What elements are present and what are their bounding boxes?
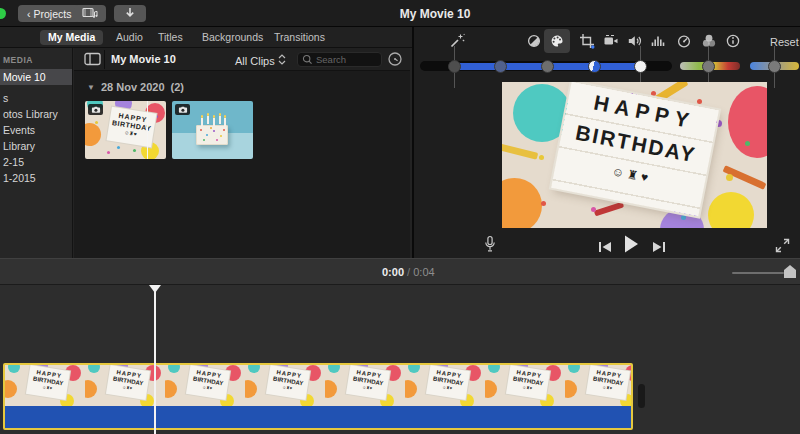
enhance-wand-icon[interactable] bbox=[449, 33, 465, 49]
media-thumbnail-birthday-sign[interactable]: HAPPY BIRTHDAY ☺♜♥ bbox=[85, 101, 166, 159]
balloon-dot bbox=[488, 365, 500, 373]
preview-viewer[interactable]: HAPPY BIRTHDAY ☺ ♜ ♥ bbox=[502, 82, 767, 228]
sidebar-item-1[interactable]: s bbox=[0, 90, 72, 106]
color-correction-palette-icon[interactable] bbox=[549, 33, 565, 49]
projects-back-button[interactable]: ‹ Projects bbox=[18, 5, 80, 22]
current-time: 0:00 bbox=[382, 266, 404, 278]
confetti-dots bbox=[103, 149, 106, 152]
sidebar-section-header: MEDIA bbox=[3, 55, 72, 65]
party-horn bbox=[502, 143, 538, 159]
balloon-dot bbox=[8, 365, 20, 373]
info-icon[interactable] bbox=[725, 33, 741, 49]
time-display: 0:00 / 0:04 bbox=[382, 266, 435, 278]
sidebar-item-1-2015[interactable]: 1-2015 bbox=[0, 170, 72, 186]
levels-handle-white-point[interactable] bbox=[634, 60, 647, 73]
tab-backgrounds[interactable]: Backgrounds bbox=[194, 30, 271, 45]
balloon-dot bbox=[245, 380, 257, 398]
search-input[interactable] bbox=[316, 54, 377, 65]
crop-icon[interactable] bbox=[579, 33, 595, 49]
clips-filter-dropdown[interactable]: All Clips bbox=[235, 53, 286, 68]
timeline-area[interactable]: HAPPYBIRTHDAY☺♜♥ HAPPYBIRTHDAY☺♜♥ HAPPYB… bbox=[0, 285, 800, 434]
sidebar-item-movie-10[interactable]: Movie 10 bbox=[0, 69, 72, 85]
lightbox-sign-mini: HAPPYBIRTHDAY☺♜♥ bbox=[586, 365, 630, 400]
window-title: My Movie 10 bbox=[340, 7, 530, 21]
sidebar-toggle-icon[interactable] bbox=[84, 52, 101, 70]
voiceover-mic-icon[interactable] bbox=[482, 235, 498, 258]
balloon-dot bbox=[88, 365, 100, 373]
sidebar-item-2-15[interactable]: 2-15 bbox=[0, 154, 72, 170]
disclosure-triangle-icon[interactable]: ▼ bbox=[87, 83, 95, 92]
timeline-clip-selected[interactable]: HAPPYBIRTHDAY☺♜♥ HAPPYBIRTHDAY☺♜♥ HAPPYB… bbox=[3, 363, 633, 430]
tab-my-media[interactable]: My Media bbox=[40, 30, 103, 45]
timeline-clip-frame: HAPPYBIRTHDAY☺♜♥ bbox=[85, 365, 165, 406]
back-chevron-icon: ‹ bbox=[27, 8, 31, 20]
projects-button-label: Projects bbox=[34, 8, 72, 20]
noise-equalizer-icon[interactable] bbox=[650, 33, 666, 49]
tab-titles[interactable]: Titles bbox=[150, 30, 191, 45]
media-group-header[interactable]: ▼ 28 Nov 2020 (2) bbox=[87, 81, 184, 93]
tab-transitions[interactable]: Transitions bbox=[266, 30, 333, 45]
party-horn bbox=[723, 165, 767, 190]
balloon-dot bbox=[85, 123, 101, 146]
timeline-clip-frame: HAPPYBIRTHDAY☺♜♥ bbox=[485, 365, 565, 406]
total-duration: 0:04 bbox=[413, 266, 434, 278]
fullscreen-icon[interactable] bbox=[774, 237, 791, 258]
sidebar-item-photos-library[interactable]: otos Library bbox=[0, 106, 72, 122]
duration-filter-icon[interactable] bbox=[387, 51, 403, 71]
clip-filmstrip: HAPPYBIRTHDAY☺♜♥ HAPPYBIRTHDAY☺♜♥ HAPPYB… bbox=[5, 365, 631, 406]
levels-handle-highlights[interactable] bbox=[588, 60, 601, 73]
clip-zoom-slider-track[interactable] bbox=[732, 272, 784, 274]
clip-filter-circles-icon[interactable] bbox=[701, 33, 717, 49]
media-thumbnail-cake[interactable] bbox=[172, 101, 253, 159]
lightbox-sign: HAPPY BIRTHDAY ☺ ♜ ♥ bbox=[551, 82, 719, 216]
balloon-dot bbox=[165, 380, 177, 398]
timeline-clip-frame: HAPPYBIRTHDAY☺♜♥ bbox=[325, 365, 405, 406]
balloon-dot bbox=[405, 380, 417, 398]
balloon-dot bbox=[325, 380, 337, 398]
cake-graphic bbox=[196, 125, 228, 145]
previous-frame-icon[interactable] bbox=[598, 239, 612, 257]
playhead-line[interactable] bbox=[154, 285, 156, 434]
lightbox-sign-mini: HAPPYBIRTHDAY☺♜♥ bbox=[506, 365, 550, 400]
tab-audio[interactable]: Audio bbox=[108, 30, 151, 45]
play-icon[interactable] bbox=[622, 234, 640, 258]
sidebar-item-events[interactable]: Events bbox=[0, 122, 72, 138]
import-button[interactable] bbox=[114, 5, 146, 22]
viewer-panel: Reset HAPPY BIR bbox=[412, 27, 800, 258]
temperature-handle[interactable] bbox=[768, 60, 781, 73]
media-browser-button[interactable] bbox=[74, 5, 106, 22]
clips-filter-label: All Clips bbox=[235, 55, 275, 67]
color-balance-icon[interactable] bbox=[526, 33, 542, 49]
clip-zoom-slider-handle[interactable] bbox=[784, 265, 796, 278]
playhead-marker[interactable] bbox=[149, 285, 161, 293]
confetti-dots bbox=[532, 112, 535, 115]
balloon-dot bbox=[565, 380, 577, 398]
transport-bar bbox=[414, 232, 800, 258]
download-arrow-icon bbox=[123, 6, 137, 22]
timeline-clip-frame: HAPPYBIRTHDAY☺♜♥ bbox=[565, 365, 631, 406]
timeline-end-handle[interactable] bbox=[638, 384, 645, 408]
speed-gauge-icon[interactable] bbox=[676, 33, 692, 49]
levels-handle-black-point[interactable] bbox=[448, 60, 461, 73]
lightbox-sign-mini: HAPPYBIRTHDAY☺♜♥ bbox=[346, 365, 390, 400]
traffic-light-green[interactable] bbox=[0, 8, 6, 19]
balloon-dot bbox=[408, 365, 420, 373]
levels-handle-shadows[interactable] bbox=[494, 60, 507, 73]
group-date-label: 28 Nov 2020 bbox=[101, 81, 165, 93]
header-divider bbox=[104, 50, 105, 69]
next-frame-icon[interactable] bbox=[652, 239, 666, 257]
saturation-handle[interactable] bbox=[702, 60, 715, 73]
timeline-clip-frame: HAPPYBIRTHDAY☺♜♥ bbox=[5, 365, 85, 406]
filmstrip-note-icon bbox=[82, 6, 98, 22]
sidebar-item-library[interactable]: Library bbox=[0, 138, 72, 154]
imovie-window: ‹ Projects My Movie 10 My Media Audio Ti… bbox=[0, 0, 800, 434]
balloon-dot bbox=[485, 380, 497, 398]
levels-handle-midtones[interactable] bbox=[541, 60, 554, 73]
stabilization-camera-icon[interactable] bbox=[603, 33, 619, 49]
media-tab-bar: My Media Audio Titles Backgrounds Transi… bbox=[0, 27, 412, 48]
search-field[interactable] bbox=[297, 52, 382, 67]
lightbox-sign-mini: HAPPY BIRTHDAY ☺♜♥ bbox=[107, 107, 157, 148]
lightbox-sign-mini: HAPPYBIRTHDAY☺♜♥ bbox=[106, 365, 150, 400]
timeline-clip-frame: HAPPYBIRTHDAY☺♜♥ bbox=[165, 365, 245, 406]
group-count-label: (2) bbox=[171, 81, 184, 93]
